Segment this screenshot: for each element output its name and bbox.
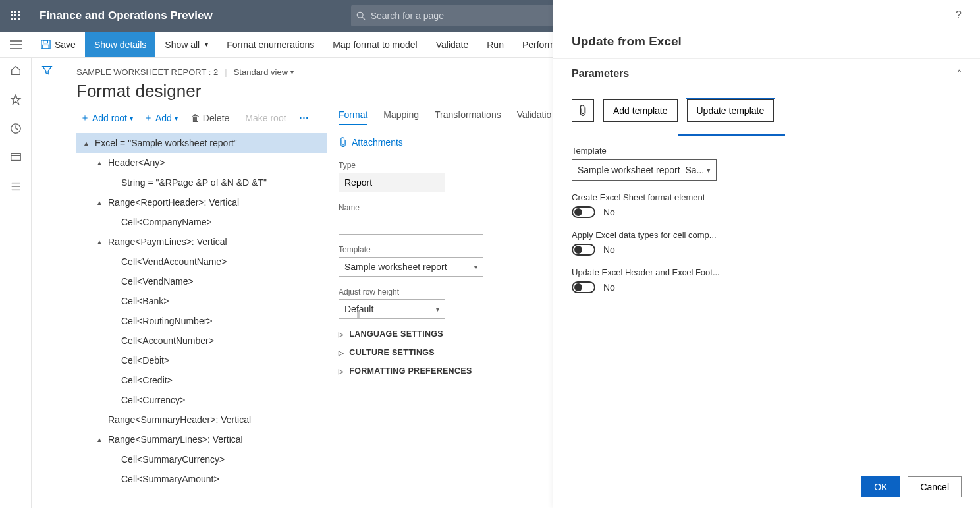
tab-transformations[interactable]: Transformations (435, 109, 501, 125)
filter-icon[interactable] (41, 65, 53, 508)
save-label: Save (55, 40, 76, 50)
name-field: Name (339, 203, 483, 235)
tree-actions: ＋Add root▾ ＋Add▾ 🗑Delete Make root ··· (76, 109, 327, 127)
make-root-button: Make root (238, 110, 292, 126)
add-root-button[interactable]: ＋Add root▾ (76, 109, 137, 127)
app-launcher-icon[interactable] (0, 0, 32, 32)
tree-node[interactable]: ▲Range<ReportHeader>: Vertical (76, 192, 327, 212)
tab-validations[interactable]: Validatio (517, 109, 552, 125)
tree-toggle-icon[interactable]: ▲ (82, 140, 91, 147)
add-button[interactable]: ＋Add▾ (140, 109, 182, 127)
tree-node[interactable]: ▲Range<SummaryLines>: Vertical (76, 430, 327, 449)
tree-node[interactable]: ▲Cell<CompanyName> (76, 212, 327, 232)
delete-label: Delete (203, 113, 229, 123)
flyout-footer: OK Cancel (861, 476, 962, 497)
tab-mapping[interactable]: Mapping (383, 109, 419, 125)
tree-node[interactable]: ▲Cell<Currency> (76, 390, 327, 410)
modules-icon[interactable] (10, 181, 22, 195)
update-header-label: Update Excel Header and Excel Foot... (572, 268, 962, 277)
cancel-button[interactable]: Cancel (908, 476, 962, 497)
format-enumerations-button[interactable]: Format enumerations (217, 32, 323, 57)
flyout-body: Add template Update template Template Sa… (553, 99, 980, 293)
tree-node-label: Cell<Bank> (121, 296, 169, 306)
adjust-select[interactable]: Default▾ (339, 299, 445, 319)
tab-format[interactable]: Format (339, 109, 368, 125)
flyout-header: ? (553, 0, 980, 21)
tree-node-label: Header<Any> (108, 157, 165, 168)
run-button[interactable]: Run (477, 32, 513, 57)
update-template-button[interactable]: Update template (687, 99, 775, 122)
attachment-button[interactable] (572, 99, 594, 122)
tree-toggle-icon[interactable]: ▲ (95, 436, 104, 443)
chevron-down-icon: ▾ (474, 264, 477, 271)
template-select[interactable]: Sample worksheet report▾ (339, 257, 483, 277)
validate-button[interactable]: Validate (427, 32, 478, 57)
tree-node[interactable]: ▲Cell<Bank> (76, 291, 327, 311)
trash-icon: 🗑 (191, 113, 200, 123)
create-sheet-label: Create Excel Sheet format element (572, 192, 962, 202)
update-header-toggle[interactable] (572, 281, 595, 293)
tree-node[interactable]: ▲Cell<Debit> (76, 351, 327, 370)
format-tree[interactable]: ▲Excel = "Sample worksheet report"▲Heade… (76, 133, 327, 489)
section-label: FORMATTING PREFERENCES (349, 366, 472, 376)
app-title: Finance and Operations Preview (32, 9, 213, 22)
tree-node-label: Cell<Debit> (121, 355, 169, 366)
more-actions-button[interactable]: ··· (296, 113, 313, 123)
search-input[interactable] (371, 11, 557, 21)
tree-node-label: Range<SummaryHeader>: Vertical (108, 414, 251, 425)
tree-node[interactable]: ▲Range<SummaryHeader>: Vertical (76, 410, 327, 430)
tree-node[interactable]: ▲Cell<RoutingNumber> (76, 311, 327, 331)
ok-button[interactable]: OK (861, 476, 900, 497)
tree-toggle-icon[interactable]: ▲ (95, 199, 104, 206)
show-all-label: Show all (165, 40, 200, 50)
help-icon[interactable]: ? (956, 9, 962, 21)
template-label: Template (339, 245, 483, 254)
attachments-label: Attachments (352, 137, 403, 148)
workspace-icon[interactable] (10, 152, 22, 166)
triangle-right-icon: ▷ (339, 349, 344, 356)
divider (553, 58, 980, 59)
tree-node[interactable]: ▲Header<Any> (76, 153, 327, 173)
tree-toggle-icon[interactable]: ▲ (95, 239, 104, 246)
apply-types-toggle[interactable] (572, 244, 595, 256)
history-icon[interactable] (10, 123, 22, 137)
chevron-down-icon: ▾ (707, 166, 711, 175)
view-selector[interactable]: Standard view▾ (234, 67, 294, 77)
type-label: Type (339, 161, 483, 170)
delete-button[interactable]: 🗑Delete (184, 110, 236, 126)
show-all-button[interactable]: Show all▾ (155, 32, 217, 57)
tree-node[interactable]: ▲Cell<VendAccountName> (76, 252, 327, 271)
chevron-down-icon: ▾ (436, 306, 439, 313)
save-button[interactable]: Save (32, 32, 85, 57)
global-search[interactable] (351, 5, 562, 26)
tree-toggle-icon[interactable]: ▲ (95, 159, 104, 167)
parameters-header[interactable]: Parameters ˄ (553, 68, 980, 89)
tree-node[interactable]: ▲Cell<Credit> (76, 370, 327, 390)
tree-node[interactable]: ▲Excel = "Sample worksheet report" (76, 133, 327, 153)
tree-node[interactable]: ▲Cell<VendName> (76, 271, 327, 291)
tree-node-label: Cell<CompanyName> (121, 217, 212, 227)
svg-line-10 (362, 17, 365, 20)
tree-node[interactable]: ▲Cell<SummaryCurrency> (76, 449, 327, 469)
tree-node[interactable]: ▲Cell<AccountNumber> (76, 331, 327, 351)
splitter-handle[interactable]: ‖ (356, 308, 360, 318)
create-sheet-toggle[interactable] (572, 206, 595, 218)
star-icon[interactable] (10, 94, 22, 108)
tree-node[interactable]: ▲Cell<SummaryAmount> (76, 469, 327, 489)
template-dropdown[interactable]: Sample worksheet report_Sa... ▾ (572, 159, 717, 181)
tree-node-label: Cell<VendName> (121, 276, 194, 287)
name-input[interactable] (339, 215, 483, 235)
home-icon[interactable] (10, 65, 22, 79)
add-template-button[interactable]: Add template (603, 99, 678, 122)
collapse-icon[interactable]: ˄ (957, 69, 962, 79)
toggle-value: No (603, 282, 615, 293)
hamburger-icon[interactable] (0, 32, 32, 57)
type-input[interactable] (339, 173, 445, 192)
map-format-button[interactable]: Map format to model (323, 32, 426, 57)
add-label: Add (155, 113, 172, 123)
show-details-button[interactable]: Show details (85, 32, 155, 57)
tree-node[interactable]: ▲String = "&RPage &P of &N &D &T" (76, 173, 327, 192)
tree-node-label: Excel = "Sample worksheet report" (95, 138, 237, 148)
apply-types-label: Apply Excel data types for cell comp... (572, 230, 962, 240)
tree-node[interactable]: ▲Range<PaymLines>: Vertical (76, 232, 327, 252)
